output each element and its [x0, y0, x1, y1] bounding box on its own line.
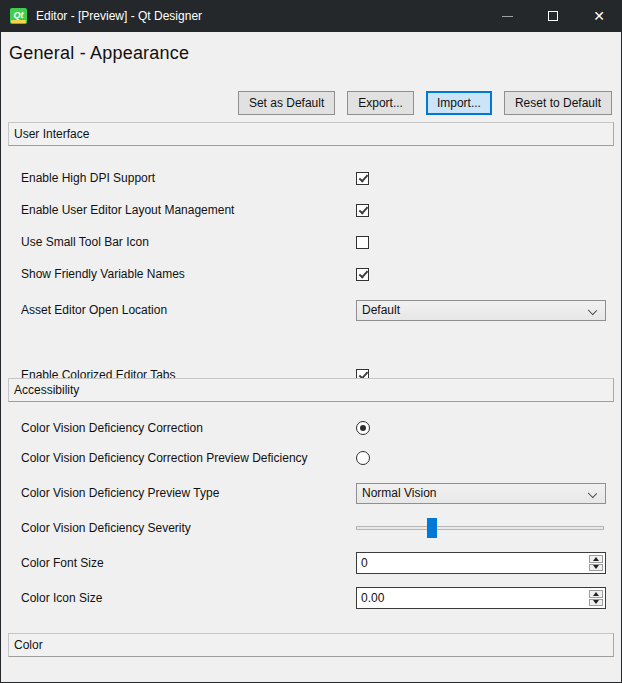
- maximize-icon: [548, 11, 558, 21]
- qt-logo-icon: Qt: [10, 8, 27, 24]
- minimize-icon: [502, 16, 513, 17]
- spinbox-buttons: [588, 554, 604, 572]
- setting-row: Enable User Editor Layout Management: [1, 197, 621, 223]
- color-icon-size-spinbox[interactable]: 0.00: [356, 587, 606, 609]
- arrow-down-icon: [593, 565, 599, 569]
- cvd-preview-type-select[interactable]: Normal Vision: [356, 483, 606, 504]
- slider-handle[interactable]: [427, 518, 437, 538]
- section-header-accessibility: Accessibility: [8, 378, 614, 402]
- setting-label: Asset Editor Open Location: [21, 303, 167, 317]
- setting-row: Color Vision Deficiency Preview Type Nor…: [1, 481, 621, 505]
- set-as-default-button[interactable]: Set as Default: [238, 91, 335, 115]
- setting-label: Color Vision Deficiency Correction: [21, 421, 203, 435]
- close-icon: ✕: [593, 9, 605, 23]
- cvd-correction-preview-deficiency-radio[interactable]: [356, 451, 370, 465]
- setting-label: Color Font Size: [21, 556, 104, 570]
- setting-label: Color Vision Deficiency Preview Type: [21, 486, 219, 500]
- setting-row: Enable High DPI Support: [1, 165, 621, 191]
- setting-label: Color Icon Size: [21, 591, 102, 605]
- settings-page: General - Appearance Set as Default Expo…: [1, 32, 621, 682]
- minimize-button[interactable]: [484, 0, 530, 32]
- chevron-down-icon: [588, 488, 597, 497]
- close-button[interactable]: ✕: [576, 0, 622, 32]
- setting-label: Enable High DPI Support: [21, 171, 155, 185]
- asset-editor-open-location-select[interactable]: Default: [356, 300, 606, 321]
- chevron-down-icon: [588, 305, 597, 314]
- section-header-user-interface: User Interface: [8, 122, 614, 146]
- spin-down-button[interactable]: [589, 599, 603, 607]
- setting-row: Color Font Size 0: [1, 552, 621, 574]
- window-title: Editor - [Preview] - Qt Designer: [36, 9, 484, 23]
- spin-down-button[interactable]: [589, 564, 603, 572]
- spinbox-buttons: [588, 589, 604, 607]
- qt-logo-text: Qt: [14, 11, 24, 20]
- reset-to-default-button[interactable]: Reset to Default: [504, 91, 612, 115]
- section-title: Color: [14, 638, 43, 652]
- spinbox-value: 0: [357, 556, 368, 570]
- selected-option: Normal Vision: [362, 486, 436, 500]
- use-small-toolbar-icon-checkbox[interactable]: [356, 236, 369, 249]
- setting-row: Color Vision Deficiency Correction: [1, 415, 621, 441]
- setting-row: Use Small Tool Bar Icon: [1, 229, 621, 255]
- import-button[interactable]: Import...: [426, 91, 492, 115]
- setting-label: Color Vision Deficiency Severity: [21, 521, 191, 535]
- section-header-color: Color: [8, 633, 614, 657]
- cvd-correction-radio[interactable]: [356, 421, 370, 435]
- color-font-size-spinbox[interactable]: 0: [356, 552, 606, 574]
- setting-label: Color Vision Deficiency Correction Previ…: [21, 451, 308, 465]
- setting-row: Color Vision Deficiency Correction Previ…: [1, 445, 621, 471]
- section-title: Accessibility: [14, 383, 79, 397]
- arrow-down-icon: [593, 600, 599, 604]
- maximize-button[interactable]: [530, 0, 576, 32]
- spinbox-value: 0.00: [357, 591, 384, 605]
- show-friendly-variable-names-checkbox[interactable]: [356, 268, 369, 281]
- page-title: General - Appearance: [9, 43, 189, 64]
- enable-user-editor-layout-checkbox[interactable]: [356, 204, 369, 217]
- slider-track[interactable]: [356, 526, 604, 530]
- spin-up-button[interactable]: [589, 555, 603, 563]
- setting-row: Asset Editor Open Location Default: [1, 298, 621, 322]
- section-title: User Interface: [14, 127, 89, 141]
- qt-designer-preview-window: Qt Editor - [Preview] - Qt Designer ✕ Ge…: [0, 0, 622, 683]
- spin-up-button[interactable]: [589, 590, 603, 598]
- export-button[interactable]: Export...: [347, 91, 414, 115]
- setting-label: Use Small Tool Bar Icon: [21, 235, 149, 249]
- setting-row: Color Icon Size 0.00: [1, 587, 621, 609]
- setting-label: Show Friendly Variable Names: [21, 267, 185, 281]
- setting-row: Color Vision Deficiency Severity: [1, 517, 621, 539]
- titlebar: Qt Editor - [Preview] - Qt Designer ✕: [0, 0, 622, 32]
- action-button-row: Set as Default Export... Import... Reset…: [1, 91, 612, 115]
- enable-high-dpi-checkbox[interactable]: [356, 172, 369, 185]
- arrow-up-icon: [593, 592, 599, 596]
- setting-label: Enable User Editor Layout Management: [21, 203, 234, 217]
- arrow-up-icon: [593, 557, 599, 561]
- cvd-severity-slider[interactable]: [356, 518, 606, 538]
- selected-option: Default: [362, 303, 400, 317]
- setting-row: Show Friendly Variable Names: [1, 261, 621, 287]
